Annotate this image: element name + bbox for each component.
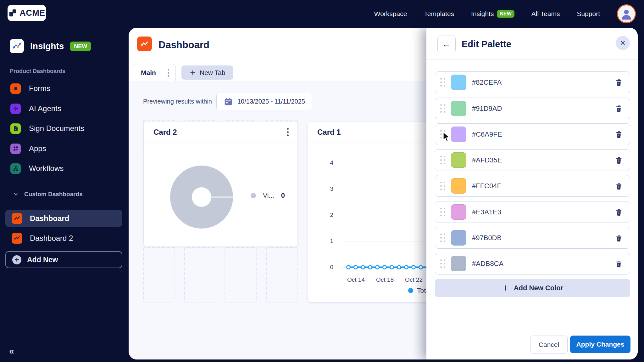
nav-workspace[interactable]: Workspace: [374, 10, 407, 18]
sidebar-item-ai-agents[interactable]: AI Agents: [10, 102, 61, 115]
plus-icon: [502, 285, 509, 291]
add-new-color-button[interactable]: Add New Color: [435, 279, 630, 297]
trash-icon[interactable]: [615, 78, 623, 87]
sidebar-item-sign-documents[interactable]: Sign Documents: [10, 122, 84, 135]
apply-changes-button[interactable]: Apply Changes: [570, 336, 630, 353]
color-hex: #E3A1E3: [472, 208, 501, 216]
color-hex: #C6A9FE: [472, 130, 502, 139]
color-hex: #FFC04F: [472, 182, 501, 190]
dashboard-icon: [12, 213, 22, 224]
drag-handle-icon[interactable]: [440, 259, 445, 268]
color-swatch[interactable]: [451, 178, 466, 194]
sidebar-item-workflows[interactable]: Workflows: [10, 162, 64, 175]
acme-logo-text: ACME: [19, 8, 45, 18]
nav-all-teams[interactable]: All Teams: [531, 10, 560, 18]
palette-row: #82CEFA: [435, 71, 630, 93]
color-hex: #ADB8CA: [472, 260, 503, 268]
insights-new-badge: NEW: [497, 10, 514, 18]
section-product-dashboards: Product Dashboards: [10, 68, 65, 75]
card-2-header: Card 2: [144, 122, 297, 143]
palette-row: #ADB8CA: [435, 253, 630, 274]
sidebar-item-forms[interactable]: Forms: [10, 82, 50, 95]
drag-handle-icon[interactable]: [440, 130, 445, 139]
sidebar-product-header: Insights NEW: [10, 39, 91, 53]
person-icon: [619, 7, 633, 21]
drag-handle-icon[interactable]: [440, 78, 445, 87]
color-hex: #82CEFA: [472, 78, 502, 87]
color-hex: #91D9AD: [472, 105, 502, 113]
legend-swatch: [408, 288, 413, 293]
plus-icon: [190, 70, 196, 76]
trash-icon[interactable]: [615, 105, 623, 113]
sparkle-icon: [10, 104, 21, 114]
drag-handle-icon[interactable]: [440, 234, 445, 242]
add-new-dashboard-button[interactable]: + Add New: [5, 251, 122, 268]
sidebar: Insights NEW Product Dashboards Forms AI…: [0, 28, 129, 362]
nav-support[interactable]: Support: [577, 10, 600, 18]
card-2-menu-kebab-icon[interactable]: [287, 128, 289, 136]
new-tab-button[interactable]: New Tab: [181, 65, 233, 80]
sidebar-item-dashboard[interactable]: Dashboard: [5, 210, 122, 227]
workflow-icon: [10, 163, 21, 174]
cancel-button[interactable]: Cancel: [530, 336, 568, 354]
trash-icon[interactable]: [615, 208, 623, 216]
close-icon[interactable]: ✕: [616, 36, 630, 50]
grid-placeholder-cell: [143, 247, 175, 303]
back-button[interactable]: ←: [437, 36, 456, 53]
color-hex: #AFD35E: [472, 156, 502, 164]
nav-insights[interactable]: Insights NEW: [471, 10, 514, 18]
dashboard-header-icon: [137, 37, 152, 51]
chevron-down-icon: [13, 191, 19, 197]
top-bar: ACME Workspace Templates Insights NEW Al…: [0, 0, 644, 28]
trash-icon[interactable]: [615, 260, 623, 268]
card-2: Card 2 Vi... 0: [143, 121, 298, 247]
user-avatar[interactable]: [617, 4, 636, 23]
acme-logo[interactable]: ACME: [8, 5, 46, 21]
trash-icon[interactable]: [615, 130, 623, 139]
card-2-title: Card 2: [153, 128, 177, 137]
tab-menu-kebab-icon[interactable]: [168, 69, 169, 77]
color-swatch[interactable]: [451, 256, 466, 271]
sidebar-collapse-button[interactable]: «: [9, 346, 14, 356]
custom-dashboards-header[interactable]: Custom Dashboards: [13, 191, 83, 198]
sign-document-icon: [10, 123, 21, 134]
trash-icon[interactable]: [615, 156, 623, 164]
grid-placeholder-cell: [184, 247, 216, 303]
sidebar-new-badge: NEW: [70, 42, 91, 51]
color-swatch[interactable]: [451, 230, 466, 246]
panel-title: Edit Palette: [462, 39, 511, 49]
palette-row: #C6A9FE: [435, 123, 630, 145]
color-swatch[interactable]: [451, 75, 466, 90]
trash-icon[interactable]: [615, 234, 623, 242]
tab-main[interactable]: Main: [133, 64, 176, 81]
app-root: ACME Workspace Templates Insights NEW Al…: [0, 0, 644, 362]
drag-handle-icon[interactable]: [440, 182, 445, 190]
acme-logo-icon: [8, 8, 18, 18]
drag-handle-icon[interactable]: [440, 208, 445, 216]
color-swatch[interactable]: [451, 101, 466, 116]
sidebar-item-apps[interactable]: Apps: [10, 142, 46, 155]
legend-value: 0: [281, 191, 285, 200]
sidebar-item-dashboard-2[interactable]: Dashboard 2: [5, 229, 122, 247]
color-swatch[interactable]: [451, 204, 466, 220]
color-swatch[interactable]: [451, 127, 466, 142]
page-title: Dashboard: [158, 39, 209, 51]
palette-row: #97B0DB: [435, 227, 630, 249]
drag-handle-icon[interactable]: [440, 104, 445, 113]
donut-legend: Vi... 0: [251, 191, 285, 200]
color-hex: #97B0DB: [472, 234, 502, 242]
insights-logo-icon: [10, 39, 24, 53]
preview-filter-row: Previewing results within 10/13/2025 - 1…: [143, 93, 312, 110]
drag-handle-icon[interactable]: [440, 156, 445, 164]
preview-label: Previewing results within: [143, 98, 212, 105]
dashboard-icon: [12, 233, 22, 244]
nav-templates[interactable]: Templates: [424, 10, 454, 18]
apps-grid-icon: [10, 144, 21, 154]
trash-icon[interactable]: [615, 182, 623, 190]
panel-footer-divider: [426, 329, 638, 329]
color-swatch[interactable]: [451, 152, 466, 168]
forms-icon: [10, 83, 21, 94]
date-range-picker[interactable]: 10/13/2025 - 11/11/2025: [216, 93, 312, 110]
calendar-icon: [224, 97, 233, 106]
legend-label: Vi...: [263, 192, 274, 199]
